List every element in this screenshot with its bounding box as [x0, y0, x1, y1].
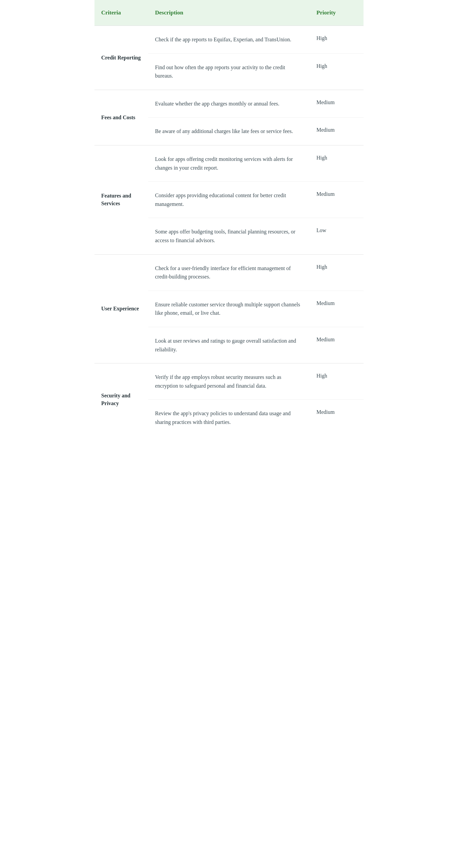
table-row: Check if the app reports to Equifax, Exp… [148, 26, 364, 54]
row-priority: Medium [310, 90, 364, 118]
header-priority: Priority [310, 0, 364, 26]
table-row: Some apps offer budgeting tools, financi… [148, 218, 364, 254]
criteria-label: Credit Reporting [101, 54, 141, 61]
header-description: Description [148, 0, 310, 26]
row-priority: Medium [310, 327, 364, 363]
group-credit-reporting: Credit ReportingCheck if the app reports… [94, 26, 364, 90]
row-description: Check for a user-friendly interface for … [148, 255, 310, 290]
table-row: Look for apps offering credit monitoring… [148, 146, 364, 182]
row-description: Consider apps providing educational cont… [148, 182, 310, 218]
row-priority: High [310, 26, 364, 54]
criteria-label: User Experience [101, 305, 139, 312]
rows-security-and-privacy: Verify if the app employs robust securit… [148, 364, 364, 436]
table-row: Ensure reliable customer service through… [148, 291, 364, 327]
header-criteria: Criteria [94, 0, 148, 26]
row-description: Review the app's privacy policies to und… [148, 400, 310, 436]
header-criteria-label: Criteria [101, 9, 121, 16]
rows-fees-and-costs: Evaluate whether the app charges monthly… [148, 90, 364, 145]
group-user-experience: User ExperienceCheck for a user-friendly… [94, 254, 364, 364]
row-description: Verify if the app employs robust securit… [148, 364, 310, 399]
row-description: Check if the app reports to Equifax, Exp… [148, 26, 310, 54]
criteria-security-and-privacy: Security and Privacy [94, 364, 148, 436]
row-description: Ensure reliable customer service through… [148, 291, 310, 327]
criteria-fees-and-costs: Fees and Costs [94, 90, 148, 145]
group-security-and-privacy: Security and PrivacyVerify if the app em… [94, 363, 364, 436]
row-description: Find out how often the app reports your … [148, 54, 310, 90]
criteria-label: Security and Privacy [101, 392, 142, 407]
row-priority: High [310, 255, 364, 290]
criteria-features-and-services: Features and Services [94, 146, 148, 254]
row-priority: Medium [310, 182, 364, 218]
row-description: Evaluate whether the app charges monthly… [148, 90, 310, 118]
criteria-credit-reporting: Credit Reporting [94, 26, 148, 90]
row-priority: High [310, 146, 364, 181]
row-priority: High [310, 364, 364, 399]
rows-features-and-services: Look for apps offering credit monitoring… [148, 146, 364, 254]
table-row: Look at user reviews and ratings to gaug… [148, 327, 364, 363]
row-priority: Medium [310, 291, 364, 327]
row-description: Look for apps offering credit monitoring… [148, 146, 310, 181]
rows-credit-reporting: Check if the app reports to Equifax, Exp… [148, 26, 364, 90]
criteria-user-experience: User Experience [94, 255, 148, 364]
row-description: Look at user reviews and ratings to gaug… [148, 327, 310, 363]
criteria-label: Features and Services [101, 192, 142, 207]
row-description: Some apps offer budgeting tools, financi… [148, 218, 310, 254]
group-fees-and-costs: Fees and CostsEvaluate whether the app c… [94, 90, 364, 145]
table-row: Evaluate whether the app charges monthly… [148, 90, 364, 118]
table-row: Review the app's privacy policies to und… [148, 400, 364, 436]
table-row: Consider apps providing educational cont… [148, 182, 364, 218]
header-priority-label: Priority [316, 9, 336, 16]
table-row: Verify if the app employs robust securit… [148, 364, 364, 400]
rows-user-experience: Check for a user-friendly interface for … [148, 255, 364, 364]
row-priority: High [310, 54, 364, 90]
row-priority: Low [310, 218, 364, 254]
table-body: Credit ReportingCheck if the app reports… [94, 26, 364, 436]
table-header: Criteria Description Priority [94, 0, 364, 26]
table-row: Be aware of any additional charges like … [148, 118, 364, 145]
table-row: Find out how often the app reports your … [148, 54, 364, 90]
row-description: Be aware of any additional charges like … [148, 118, 310, 145]
criteria-label: Fees and Costs [101, 114, 135, 121]
page-container: Criteria Description Priority Credit Rep… [94, 0, 364, 436]
group-features-and-services: Features and ServicesLook for apps offer… [94, 145, 364, 254]
row-priority: Medium [310, 118, 364, 145]
table-row: Check for a user-friendly interface for … [148, 255, 364, 291]
row-priority: Medium [310, 400, 364, 436]
header-description-label: Description [155, 9, 183, 16]
